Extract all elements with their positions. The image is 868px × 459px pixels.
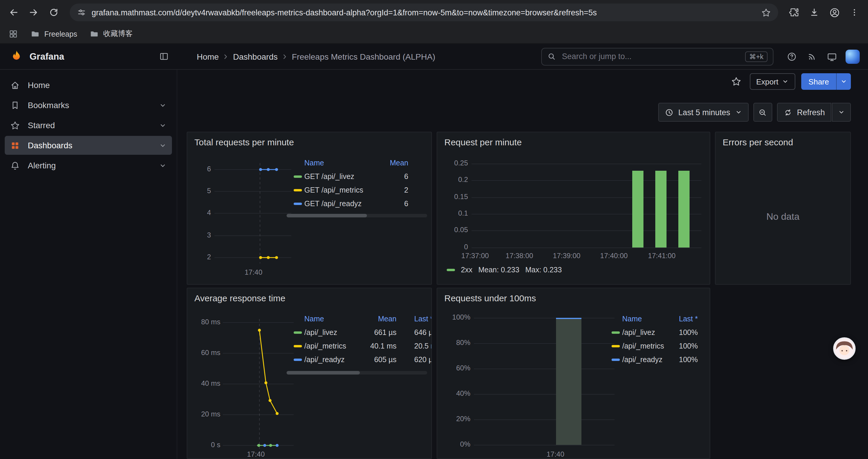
news-rss-icon[interactable] — [802, 46, 822, 66]
y-tick: 3 — [195, 231, 211, 239]
panel-title[interactable]: Request per minute — [444, 137, 522, 147]
legend-row[interactable]: /api/_livez 100% — [612, 326, 698, 339]
display-kiosk-icon[interactable] — [822, 46, 842, 66]
legend-header-mean[interactable]: Mean — [363, 315, 397, 323]
breadcrumb-dashboards[interactable]: Dashboards — [233, 52, 278, 61]
legend-max: Max: 0.233 — [525, 266, 562, 274]
y-tick: 6 — [195, 165, 211, 173]
favorite-star-icon[interactable] — [728, 74, 744, 89]
url-bar[interactable]: grafana.mathmast.com/d/deytv4rwavabkb/fr… — [70, 4, 778, 21]
sidebar-item-home[interactable]: Home — [5, 76, 172, 95]
search-input[interactable] — [561, 52, 740, 61]
legend-header-last[interactable]: Last * — [670, 315, 698, 323]
legend-row[interactable]: GET /api/_livez 6 — [294, 169, 408, 183]
bar-2xx — [632, 171, 644, 248]
back-button[interactable] — [4, 2, 24, 23]
chevron-down-icon[interactable] — [159, 162, 167, 169]
user-avatar[interactable] — [845, 49, 860, 64]
share-button[interactable]: Share — [802, 73, 851, 90]
chevron-down-icon[interactable] — [159, 121, 167, 129]
screen: grafana.mathmast.com/d/deytv4rwavabkb/fr… — [0, 0, 868, 459]
x-tick: 17:38:00 — [502, 252, 537, 260]
series-color-dash — [294, 345, 302, 347]
chevron-down-icon[interactable] — [159, 141, 167, 149]
legend-scrollbar[interactable] — [286, 371, 427, 374]
legend-table: Name Mean GET /api/_livez 6 GET /api/_me… — [294, 156, 408, 210]
legend-series[interactable]: 2xx — [461, 266, 472, 274]
browser-menu-icon[interactable] — [844, 2, 864, 23]
sidebar-item-alerting[interactable]: Alerting — [5, 156, 172, 175]
x-tick: 17:40 — [241, 268, 267, 276]
panel-title[interactable]: Average response time — [194, 293, 285, 303]
panel-title[interactable]: Errors per second — [723, 137, 793, 147]
apps-grid-icon[interactable] — [8, 29, 18, 39]
legend-header-row: Name Last * — [612, 312, 698, 326]
help-icon[interactable] — [782, 46, 802, 66]
collapse-sidebar-icon[interactable] — [154, 46, 174, 66]
legend-row[interactable]: GET /api/_metrics 2 — [294, 183, 408, 197]
sidebar-item-bookmarks[interactable]: Bookmarks — [5, 96, 172, 114]
chevron-right-icon — [281, 53, 288, 60]
bar-chart — [471, 164, 701, 248]
avatar-image — [834, 338, 855, 359]
x-tick: 17:40 — [542, 450, 568, 458]
panel-average-response-time: Average response time 80 ms 60 ms 40 ms … — [187, 288, 432, 459]
time-range-picker[interactable]: Last 5 minutes — [658, 103, 749, 122]
forward-button[interactable] — [24, 2, 44, 23]
legend-scrollbar[interactable] — [286, 214, 427, 218]
extensions-icon[interactable] — [784, 2, 804, 23]
assistant-avatar[interactable] — [833, 337, 856, 360]
y-tick: 80% — [444, 338, 470, 347]
legend-row[interactable]: /api/_readyz 100% — [612, 353, 698, 366]
breadcrumb-home[interactable]: Home — [197, 52, 219, 61]
reload-button[interactable] — [44, 2, 64, 23]
downloads-icon[interactable] — [804, 2, 824, 23]
series-color-dash — [612, 358, 620, 361]
legend-row[interactable]: /api/_metrics 40.1 ms 20.5 ms — [294, 339, 432, 353]
bookmark-star-icon[interactable] — [761, 7, 771, 18]
bookmark-label: 收藏博客 — [103, 29, 133, 39]
legend-row[interactable]: GET /api/_readyz 6 — [294, 197, 408, 210]
legend-header-name[interactable]: Name — [304, 315, 363, 323]
share-dropdown-icon[interactable] — [836, 73, 851, 90]
series-color-dash — [612, 345, 620, 347]
legend-row[interactable]: /api/_livez 661 µs 646 µs — [294, 326, 432, 339]
share-label[interactable]: Share — [802, 73, 836, 90]
y-tick: 20 ms — [194, 410, 220, 418]
folder-icon — [30, 29, 40, 39]
bookmark-freeleaps[interactable]: Freeleaps — [30, 29, 77, 39]
bookmark-blog-folder[interactable]: 收藏博客 — [89, 29, 133, 39]
legend-row[interactable]: /api/_metrics 100% — [612, 339, 698, 353]
folder-icon — [89, 29, 99, 39]
export-button[interactable]: Export — [749, 73, 795, 90]
y-tick: 4 — [195, 208, 211, 217]
panel-title[interactable]: Total requests per minute — [194, 137, 294, 147]
legend-row[interactable]: /api/_readyz 605 µs 620 µs — [294, 353, 432, 366]
legend-header-mean[interactable]: Mean — [375, 159, 408, 167]
legend-header-last[interactable]: Last * — [397, 315, 432, 323]
search-box[interactable]: ⌘+k — [541, 47, 773, 65]
refresh-button[interactable]: Refresh — [777, 103, 831, 122]
sidebar-item-starred[interactable]: Starred — [5, 116, 172, 135]
y-tick: 2 — [195, 253, 211, 261]
legend-header-name[interactable]: Name — [622, 315, 670, 323]
sidebar-item-label: Dashboards — [28, 140, 72, 150]
panel-title[interactable]: Requests under 100ms — [444, 293, 536, 303]
header-left: Grafana — [0, 46, 177, 66]
profile-icon[interactable] — [824, 2, 844, 23]
y-tick: 20% — [444, 415, 470, 423]
legend-header-name[interactable]: Name — [304, 159, 375, 167]
refresh-interval-dropdown[interactable] — [832, 103, 851, 122]
chevron-down-icon[interactable] — [159, 101, 167, 109]
site-settings-icon[interactable] — [77, 8, 86, 17]
grafana-logo[interactable] — [9, 49, 24, 64]
refresh-icon — [783, 108, 792, 117]
zoom-out-time-icon[interactable] — [753, 103, 772, 122]
series-color-dash — [294, 331, 302, 333]
grafana-header: Grafana Home Dashboards Freeleaps Metric… — [0, 44, 868, 70]
reload-icon — [49, 7, 59, 18]
browser-toolbar: grafana.mathmast.com/d/deytv4rwavabkb/fr… — [0, 0, 868, 25]
breadcrumb: Home Dashboards Freeleaps Metrics Dashbo… — [197, 52, 435, 61]
url-text: grafana.mathmast.com/d/deytv4rwavabkb/fr… — [92, 8, 756, 17]
sidebar-item-dashboards[interactable]: Dashboards — [5, 136, 172, 155]
